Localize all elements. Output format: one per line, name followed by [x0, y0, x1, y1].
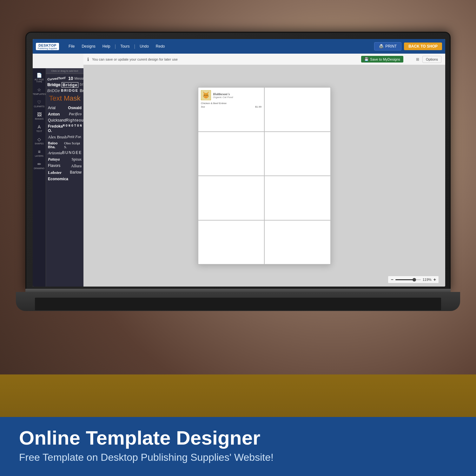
product-name: Chicken & Beef Entree [201, 102, 227, 105]
nav-tours[interactable]: Tours [117, 43, 133, 50]
label-price: $1.99 [255, 105, 261, 108]
canvas-area[interactable]: Hobbeson's Organic Cat Food Chicken & Be… [83, 65, 445, 287]
zoom-plus-button[interactable]: + [433, 277, 436, 282]
label-cell-6[interactable] [264, 176, 331, 220]
shapes-icon: ◇ [37, 137, 41, 142]
font-spirax[interactable]: Spirax [72, 157, 82, 162]
save-label: Save to MyDesigns [370, 57, 400, 61]
info-icon: ℹ [87, 57, 89, 62]
templates-icon: ☆ [37, 87, 41, 92]
laptop-computer: DESKTOP Publishing Supplies File Designs… [25, 32, 451, 317]
font-righteous[interactable]: Righteous [66, 118, 83, 122]
layers-icon: ≡ [38, 149, 40, 154]
zoom-slider-track[interactable] [395, 279, 421, 280]
font-row-7: Pattaya Spirax [48, 157, 82, 162]
font-row-8: Flavors Allura [48, 163, 82, 169]
label-sheet: Hobbeson's Organic Cat Food Chicken & Be… [198, 87, 331, 265]
save-to-mydesigns-button[interactable]: 💾 Save to MyDesigns [361, 56, 403, 63]
font-alex-brush[interactable]: Alex Brush [48, 135, 67, 140]
num-preview: 10 [68, 76, 73, 81]
font-oswald[interactable]: Oswald [68, 106, 82, 110]
font-list: Arial Oswald Anton Pacifico Quicksand Ri… [46, 106, 83, 287]
content-toolbar: ℹ You can save or update your curent des… [83, 54, 445, 65]
brand-sub: Organic Cat Food [213, 96, 233, 99]
messi-preview: Messi [75, 76, 83, 80]
back-to-shop-button[interactable]: BACK TO SHOP [404, 43, 442, 50]
logo-pub-text: Publishing Supplies [38, 47, 57, 50]
font-row-4: Alex Brush Petit For. [48, 135, 82, 140]
svg-point-6 [206, 96, 206, 97]
font-anton[interactable]: Anton [48, 112, 60, 116]
bridge-bold-preview: Bridge [47, 82, 60, 88]
font-panel: Click or drag to add text CurvedText! 10… [46, 68, 83, 287]
nav-undo[interactable]: Undo [136, 43, 152, 50]
zoom-level-label: 119% [423, 278, 432, 281]
laptop-screen: DESKTOP Publishing Supplies File Designs… [33, 39, 445, 287]
zoom-slider-thumb[interactable] [413, 278, 416, 281]
font-row-0: Arial Oswald [48, 106, 82, 110]
font-bungee[interactable]: BUNGEE [62, 150, 82, 155]
font-lobster[interactable]: Lobster [48, 170, 62, 175]
nav-redo[interactable]: Redo [153, 43, 168, 50]
label-cell-8[interactable] [264, 220, 331, 265]
font-arizonia[interactable]: Arizonia [48, 150, 62, 155]
font-baloo[interactable]: Baloo Bha. [48, 141, 64, 149]
sidebar-item-cliparts[interactable]: ♡ CLIPARTS [33, 98, 46, 109]
bridge-outline-preview: Bridge [62, 82, 78, 88]
text-mask-section: Text Mask [47, 94, 82, 102]
sidebar-item-shapes[interactable]: ◇ SHAPES [33, 135, 46, 147]
font-row-1: Anton Pacifico [48, 112, 82, 116]
font-economica[interactable]: Economica [48, 177, 68, 181]
sidebar-item-templates[interactable]: ☆ TEMPLATES [33, 85, 46, 97]
font-flavors[interactable]: Flavors [48, 163, 60, 169]
label-header: Hobbeson's Organic Cat Food [201, 90, 261, 100]
zoom-minus-button[interactable]: − [391, 277, 393, 282]
drawing-label: DRAWING [34, 167, 45, 169]
cat-logo-icon [201, 90, 211, 100]
sidebar-item-alt-file[interactable]: 📄 ALT FILE TYPE [33, 71, 46, 85]
sidebar-item-layers[interactable]: ≡ LAYERS [33, 147, 46, 159]
font-barlow[interactable]: Barlow [70, 170, 82, 175]
font-fredoka[interactable]: Fredoka O. [48, 124, 63, 133]
sidebar-item-drawing[interactable]: ✏ DRAWING [33, 160, 46, 171]
bridge-caps-preview: BRIDGE [61, 89, 78, 93]
font-monoton[interactable]: MONOTON [63, 124, 83, 133]
brand-name: Hobbeson's [213, 92, 233, 96]
print-button[interactable]: 🖨️ PRINT [374, 42, 401, 50]
font-allura[interactable]: Allura [71, 163, 82, 169]
label-cell-3[interactable] [198, 132, 264, 176]
label-cell-7[interactable] [198, 220, 264, 265]
label-cell-1[interactable]: Hobbeson's Organic Cat Food Chicken & Be… [198, 87, 264, 132]
font-arial[interactable]: Arial [48, 106, 56, 110]
icon-rail: 📄 ALT FILE TYPE ☆ TEMPLATES ♡ CLIPARTS [33, 68, 46, 287]
zoom-slider-fill [395, 279, 413, 280]
app-ui: DESKTOP Publishing Supplies File Designs… [33, 39, 445, 287]
zoom-bar: − 119% + [388, 276, 439, 283]
sidebar: 📄 ALT FILE TYPE ☆ TEMPLATES ♡ CLIPARTS [33, 68, 83, 287]
nav-file[interactable]: File [65, 43, 78, 50]
options-button[interactable]: Options [422, 56, 441, 63]
nav-designs[interactable]: Designs [78, 43, 98, 50]
font-row-9: Lobster Barlow [48, 170, 82, 175]
sidebar-item-text[interactable]: A TEXT [33, 122, 46, 134]
font-panel-notice: Click or drag to add text [46, 68, 83, 74]
font-row-6: Arizonia BUNGEE [48, 150, 82, 155]
navbar: DESKTOP Publishing Supplies File Designs… [33, 39, 445, 54]
font-quicksand[interactable]: Quicksand [48, 118, 66, 122]
label-cell-2[interactable] [264, 87, 331, 132]
font-oleo[interactable]: Oleo Script S. [64, 141, 82, 149]
label-cell-4[interactable] [264, 132, 331, 176]
save-icon: 💾 [364, 57, 369, 61]
grid-view-icon[interactable]: ⊞ [416, 57, 419, 62]
font-pattaya[interactable]: Pattaya [48, 157, 60, 162]
keyboard-area [35, 298, 441, 310]
text-icon: A [38, 124, 41, 129]
font-petit[interactable]: Petit For. [67, 135, 82, 140]
nav-help[interactable]: Help [99, 43, 114, 50]
sidebar-item-images[interactable]: 🖼 IMAGES [33, 110, 46, 122]
bridge-grunge-preview: BriDGe [80, 89, 83, 93]
logo-box: DESKTOP Publishing Supplies [36, 43, 59, 50]
layers-label: LAYERS [35, 155, 43, 157]
label-cell-5[interactable] [198, 176, 264, 220]
font-pacifico[interactable]: Pacifico [69, 112, 82, 116]
